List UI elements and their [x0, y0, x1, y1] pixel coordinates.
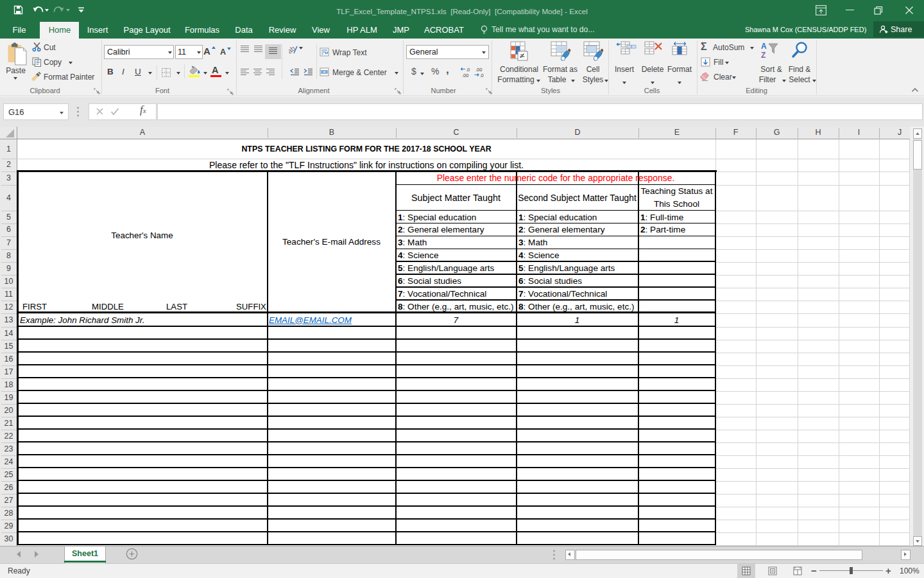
- svg-text:A: A: [761, 42, 767, 51]
- svg-text:.00: .00: [462, 73, 468, 78]
- svg-text:Z: Z: [761, 51, 766, 60]
- svg-text:.0: .0: [466, 67, 470, 73]
